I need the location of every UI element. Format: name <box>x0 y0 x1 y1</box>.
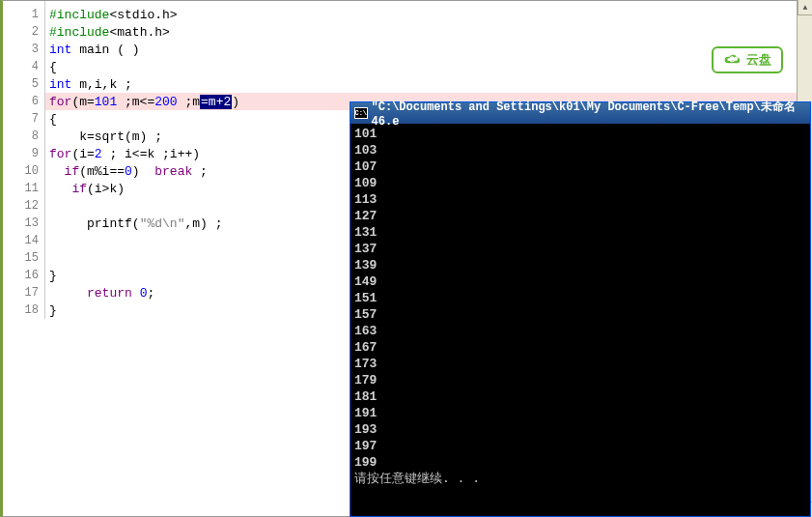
line-number[interactable]: 16 <box>3 267 44 284</box>
code-token: break <box>154 164 192 179</box>
code-token: int <box>49 77 71 92</box>
console-output-line: 167 <box>354 339 806 356</box>
console-output-line: 139 <box>354 257 806 273</box>
line-number[interactable]: 12 <box>3 197 44 215</box>
console-output-line: 137 <box>354 241 806 257</box>
code-token: 200 <box>154 95 177 109</box>
console-output-line: 179 <box>354 372 806 388</box>
console-output-line: 101 <box>354 126 806 142</box>
code-token: if <box>65 164 80 179</box>
code-token: k=sqrt(m) ; <box>49 129 162 144</box>
console-prompt: 请按任意键继续. . . <box>354 471 806 487</box>
line-number[interactable]: 3 <box>3 41 44 58</box>
console-output-line: 157 <box>354 306 806 323</box>
line-number[interactable]: 9 <box>3 145 44 162</box>
code-token: 2 <box>95 147 102 161</box>
line-number[interactable]: 11 <box>3 180 44 197</box>
code-token: ; i<=k ;i++) <box>102 147 200 161</box>
code-token: #include <box>49 8 109 22</box>
code-token: return <box>87 286 132 301</box>
console-output-line: 127 <box>354 208 806 224</box>
code-line[interactable]: int m,i,k ; <box>45 75 811 93</box>
console-title: "C:\Documents and Settings\k01\My Docume… <box>372 99 806 129</box>
console-output-line: 149 <box>354 273 806 290</box>
line-number[interactable]: 15 <box>3 249 44 267</box>
code-token: (i= <box>71 147 94 161</box>
line-number[interactable]: 8 <box>3 128 44 145</box>
code-token <box>49 182 71 196</box>
code-token: printf( <box>49 216 140 231</box>
breakpoint-column[interactable] <box>0 1 1 516</box>
code-token: ;m<= <box>117 95 154 109</box>
console-output-line: 197 <box>354 438 806 454</box>
code-token: { <box>49 112 57 127</box>
line-number[interactable]: 7 <box>3 110 44 128</box>
code-token: ; <box>192 164 208 179</box>
code-token: ; <box>147 286 154 301</box>
code-token <box>132 286 140 301</box>
code-token: ) <box>132 164 154 179</box>
cloud-disk-button[interactable]: 云盘 <box>712 46 783 73</box>
code-token <box>49 164 65 179</box>
code-token: 0 <box>125 164 132 179</box>
code-token: <stdio.h> <box>109 8 177 22</box>
code-token: } <box>49 269 57 283</box>
console-output-line: 163 <box>354 323 806 339</box>
code-token: ;m <box>178 95 200 109</box>
line-number[interactable]: 17 <box>3 284 44 302</box>
code-token: #include <box>49 25 109 40</box>
code-token: "%d\n" <box>140 216 185 231</box>
cloud-icon <box>723 53 742 67</box>
line-number[interactable]: 18 <box>3 302 44 319</box>
code-token: 0 <box>140 286 148 301</box>
console-output-line: 193 <box>354 421 806 438</box>
code-token: ,m) ; <box>184 216 222 231</box>
console-output-line: 107 <box>354 158 806 175</box>
code-token: for <box>49 95 71 109</box>
code-token: (m%i== <box>79 164 125 179</box>
console-window[interactable]: C:\ "C:\Documents and Settings\k01\My Do… <box>350 101 811 517</box>
code-token: (m= <box>71 95 94 109</box>
console-output-line: 151 <box>354 290 806 306</box>
code-token: } <box>49 303 57 318</box>
code-token: m,i,k ; <box>71 77 131 92</box>
console-output-line: 173 <box>354 356 806 372</box>
code-token: 101 <box>95 95 117 109</box>
code-token: int <box>49 43 71 57</box>
code-token: if <box>71 182 87 196</box>
console-output-line: 191 <box>354 405 806 421</box>
line-number[interactable]: 13 <box>3 215 44 232</box>
scroll-up-arrow[interactable]: ▲ <box>798 0 812 15</box>
cloud-disk-label: 云盘 <box>746 51 771 69</box>
console-icon: C:\ <box>354 107 368 119</box>
line-number[interactable]: 6 <box>3 93 44 110</box>
console-output-line: 109 <box>354 175 806 191</box>
code-token: <math.h> <box>109 25 169 40</box>
console-titlebar[interactable]: C:\ "C:\Documents and Settings\k01\My Do… <box>350 102 810 124</box>
console-output-line: 131 <box>354 224 806 241</box>
console-output-line: 113 <box>354 191 806 208</box>
line-number[interactable]: 5 <box>3 75 44 93</box>
code-line[interactable]: #include<math.h> <box>45 23 811 41</box>
code-token: main ( ) <box>71 43 139 57</box>
line-number[interactable]: 1 <box>3 6 44 23</box>
console-output-area: 1011031071091131271311371391491511571631… <box>350 124 810 489</box>
console-output-line: 199 <box>354 454 806 471</box>
console-output-line: 103 <box>354 142 806 158</box>
code-line[interactable]: #include<stdio.h> <box>45 6 811 23</box>
console-output-line: 181 <box>354 388 806 405</box>
code-token: ) <box>232 95 239 109</box>
line-number-gutter[interactable]: 123456789101112131415161718 <box>3 1 45 319</box>
line-number[interactable]: 14 <box>3 232 44 249</box>
code-token: for <box>49 147 71 161</box>
line-number[interactable]: 10 <box>3 162 44 180</box>
line-number[interactable]: 4 <box>3 58 44 75</box>
code-token <box>49 286 87 301</box>
code-token: =m+2 <box>200 95 232 109</box>
line-number[interactable]: 2 <box>3 23 44 41</box>
code-line[interactable]: { <box>45 58 811 75</box>
code-token: (i>k) <box>87 182 125 196</box>
code-line[interactable]: int main ( ) <box>45 41 811 58</box>
code-token: { <box>49 60 57 74</box>
